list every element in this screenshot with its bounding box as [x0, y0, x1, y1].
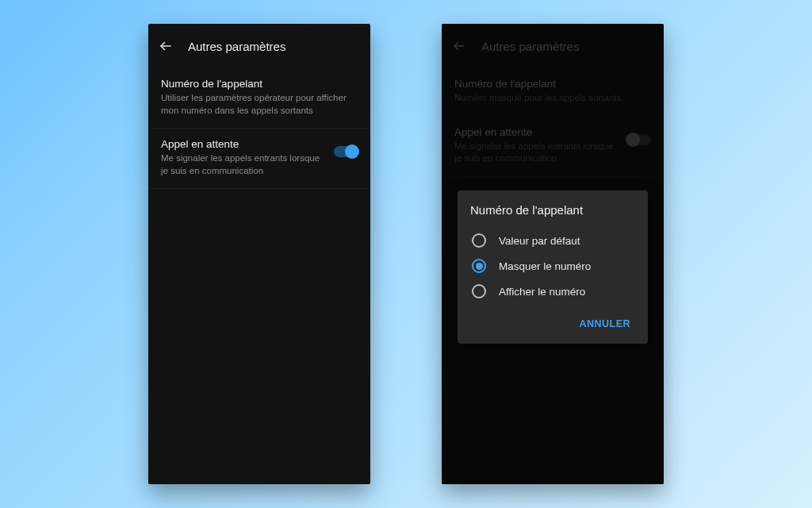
radio-label: Masquer le numéro: [499, 260, 591, 272]
radio-icon: [472, 259, 486, 273]
setting-call-waiting[interactable]: Appel en attente Me signaler les appels …: [148, 129, 370, 189]
radio-icon: [472, 284, 486, 298]
call-waiting-toggle[interactable]: [334, 146, 358, 157]
phone-screen-2: Autres paramètres Numéro de l'appelant N…: [442, 24, 664, 484]
setting-caller-id[interactable]: Numéro de l'appelant Utiliser les paramè…: [148, 68, 370, 129]
radio-option-show[interactable]: Afficher le numéro: [470, 279, 635, 304]
radio-icon: [472, 233, 486, 248]
dialog-actions: ANNULER: [470, 312, 635, 336]
setting-subtitle: Me signaler les appels entrants lorsque …: [161, 152, 324, 177]
caller-id-dialog: Numéro de l'appelant Valeur par défaut M…: [458, 190, 648, 344]
radio-label: Valeur par défaut: [499, 235, 580, 247]
radio-option-default[interactable]: Valeur par défaut: [470, 228, 635, 253]
setting-title: Numéro de l'appelant: [161, 78, 358, 90]
cancel-button[interactable]: ANNULER: [574, 312, 635, 336]
setting-subtitle: Utiliser les paramètres opérateur pour a…: [161, 92, 358, 117]
radio-label: Afficher le numéro: [499, 286, 585, 298]
appbar-title: Autres paramètres: [188, 40, 285, 53]
radio-option-hide[interactable]: Masquer le numéro: [470, 253, 635, 279]
setting-title: Appel en attente: [161, 138, 324, 150]
appbar: Autres paramètres: [148, 24, 370, 68]
back-arrow-icon[interactable]: [158, 38, 174, 54]
phone-screen-1: Autres paramètres Numéro de l'appelant U…: [148, 24, 370, 484]
dialog-title: Numéro de l'appelant: [470, 203, 635, 217]
